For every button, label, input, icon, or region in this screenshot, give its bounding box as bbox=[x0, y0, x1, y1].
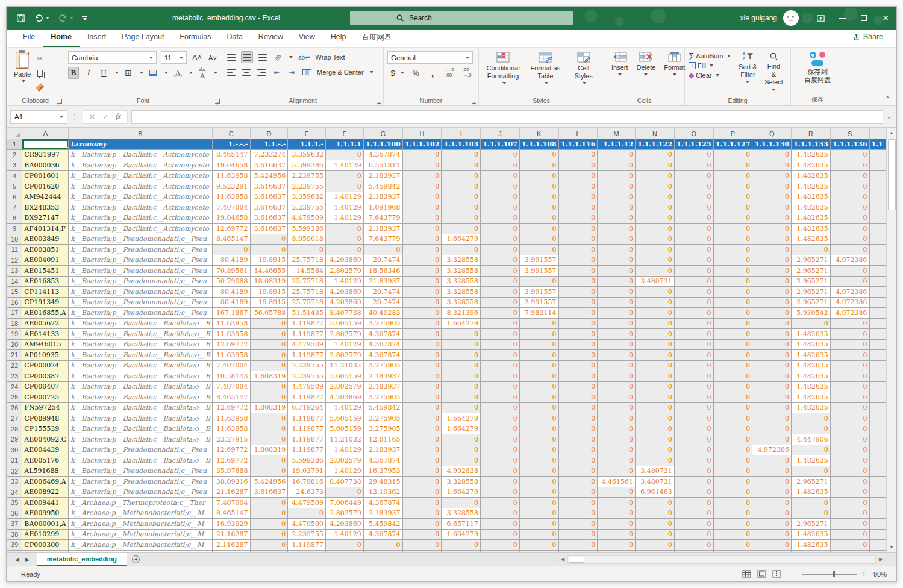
decrease-indent-icon[interactable]: ⇤ bbox=[271, 66, 282, 78]
cell-value[interactable]: 8.465147 bbox=[212, 508, 250, 519]
page-break-view-icon[interactable] bbox=[772, 570, 781, 578]
cell-value[interactable]: 25.75718 bbox=[288, 276, 326, 287]
cell-value[interactable]: 0 bbox=[402, 245, 442, 255]
cell-value[interactable]: 0 bbox=[752, 202, 792, 213]
cell-taxonomy[interactable]: k__Bacteria;p__Bacillati;c__Bacillota;o_… bbox=[69, 318, 213, 329]
cell-value[interactable]: 1.091968 bbox=[363, 202, 402, 213]
cell-accession[interactable]: CP191349 bbox=[22, 297, 69, 308]
cell-taxonomy[interactable]: k__Bacteria;p__Pseudomonadati;c__Pseu bbox=[69, 234, 213, 245]
cell-value[interactable]: 0 bbox=[752, 477, 792, 487]
increase-decimal-icon[interactable]: ←.0.00 bbox=[444, 67, 455, 79]
cell-value[interactable]: 0 bbox=[326, 181, 364, 192]
cell-value[interactable]: 0 bbox=[402, 266, 442, 277]
cell-value[interactable]: 3.275905 bbox=[363, 360, 402, 371]
cell-value[interactable]: 0 bbox=[674, 455, 713, 466]
cell-value[interactable]: 0 bbox=[636, 508, 675, 519]
decrease-decimal-icon[interactable]: .00→.0 bbox=[461, 67, 473, 79]
cell-value[interactable]: 0 bbox=[830, 360, 869, 371]
header-cell-1.1.1.-[interactable]: 1.1.1.- bbox=[288, 139, 326, 150]
cell-value[interactable]: 0 bbox=[481, 339, 520, 350]
cell-value[interactable]: 1.482635 bbox=[792, 529, 831, 540]
row-header-17[interactable]: 17 bbox=[7, 308, 22, 319]
cell-value[interactable]: 0 bbox=[402, 202, 442, 213]
cell-value[interactable]: 0 bbox=[519, 402, 558, 413]
cell-value[interactable]: 0 bbox=[402, 371, 442, 382]
cell-value[interactable]: 0 bbox=[598, 413, 636, 424]
zoom-slider[interactable] bbox=[802, 574, 857, 575]
cell-value[interactable]: 4.972386 bbox=[752, 445, 792, 455]
column-header-S[interactable]: S bbox=[830, 128, 869, 139]
cell-value[interactable]: 3.359632 bbox=[288, 192, 326, 202]
cell-accession[interactable]: AE008922 bbox=[22, 487, 69, 498]
cell-value[interactable]: 2.183937 bbox=[363, 170, 402, 181]
cell-value[interactable]: 0 bbox=[752, 276, 792, 287]
cell-value[interactable]: 0 bbox=[481, 360, 520, 371]
cell-value[interactable]: 3.275905 bbox=[363, 424, 402, 434]
insert-function-icon[interactable]: fx bbox=[116, 112, 121, 121]
cell-partial[interactable] bbox=[869, 234, 886, 245]
cell-partial[interactable] bbox=[869, 508, 886, 519]
cell-value[interactable]: 0 bbox=[752, 371, 792, 382]
cell-partial[interactable] bbox=[869, 529, 886, 540]
cell-value[interactable]: 11.63958 bbox=[212, 192, 250, 202]
cell-value[interactable]: 0 bbox=[636, 224, 675, 234]
cell-value[interactable]: 0 bbox=[713, 445, 752, 455]
cell-value[interactable]: 0 bbox=[558, 297, 598, 308]
row-header-13[interactable]: 13 bbox=[7, 266, 22, 277]
cell-value[interactable]: 0 bbox=[519, 508, 558, 519]
cancel-icon[interactable]: ✕ bbox=[89, 113, 95, 121]
next-sheet-icon[interactable]: ▶ bbox=[25, 557, 30, 563]
cell-value[interactable]: 0 bbox=[519, 540, 558, 551]
cell-value[interactable]: 0 bbox=[558, 487, 598, 498]
cell-value[interactable]: 0 bbox=[830, 519, 869, 530]
bottom-align-icon[interactable] bbox=[257, 51, 268, 63]
cell-value[interactable]: 80.4189 bbox=[212, 255, 250, 266]
clear-button[interactable]: ◆Clear bbox=[689, 71, 735, 80]
cell-value[interactable]: 0 bbox=[830, 424, 869, 434]
cell-value[interactable]: 0 bbox=[481, 213, 520, 224]
cell-value[interactable]: 0 bbox=[442, 434, 481, 445]
cell-value[interactable]: 0 bbox=[481, 308, 520, 319]
cell-partial[interactable] bbox=[869, 381, 886, 392]
cell-value[interactable]: 4.367874 bbox=[363, 498, 402, 508]
cell-value[interactable]: 1.482635 bbox=[792, 149, 831, 160]
cell-value[interactable]: 0 bbox=[752, 392, 792, 403]
cell-value[interactable]: 0 bbox=[598, 160, 636, 171]
cell-value[interactable]: 0 bbox=[752, 498, 792, 508]
cell-accession[interactable]: AE015451 bbox=[22, 266, 69, 277]
cell-value[interactable]: 3.616637 bbox=[250, 202, 288, 213]
cell-value[interactable]: 0 bbox=[402, 318, 442, 329]
cell-value[interactable]: 0 bbox=[558, 213, 598, 224]
row-header-32[interactable]: 32 bbox=[7, 466, 22, 477]
cell-value[interactable]: 0 bbox=[713, 424, 752, 434]
cell-value[interactable]: 2.965271 bbox=[792, 255, 831, 266]
column-header-B[interactable]: B bbox=[69, 128, 213, 139]
cell-value[interactable]: 0 bbox=[558, 371, 598, 382]
cell-value[interactable]: 0 bbox=[636, 160, 675, 171]
cell-value[interactable]: 0 bbox=[442, 192, 481, 202]
cell-value[interactable]: 1.482635 bbox=[792, 213, 831, 224]
cell-value[interactable]: 25.75718 bbox=[288, 255, 326, 266]
cell-partial[interactable] bbox=[869, 170, 886, 181]
cell-value[interactable]: 0 bbox=[402, 224, 442, 234]
cell-partial[interactable] bbox=[869, 445, 886, 455]
cell-value[interactable]: 4.203869 bbox=[326, 519, 364, 530]
row-header-16[interactable]: 16 bbox=[7, 297, 22, 308]
cell-value[interactable]: 0 bbox=[598, 245, 636, 255]
cell-value[interactable]: 0 bbox=[674, 381, 713, 392]
row-header-19[interactable]: 19 bbox=[7, 329, 22, 340]
cell-value[interactable]: 0 bbox=[519, 455, 558, 466]
cell-value[interactable]: 7.983114 bbox=[519, 308, 558, 319]
cell-value[interactable]: 0 bbox=[481, 477, 520, 487]
cell-partial[interactable] bbox=[869, 318, 886, 329]
cell-value[interactable]: 2.183937 bbox=[363, 508, 402, 519]
cell-value[interactable]: 0 bbox=[713, 245, 752, 255]
header-cell-1.1.-.-[interactable]: 1.1.-.- bbox=[250, 139, 288, 150]
header-cell-1.1.1.136[interactable]: 1.1.1.136 bbox=[830, 139, 869, 150]
scroll-down-icon[interactable]: ▼ bbox=[887, 542, 897, 552]
align-right-icon[interactable] bbox=[256, 66, 267, 78]
cell-value[interactable]: 3.328558 bbox=[442, 255, 481, 266]
cell-value[interactable]: 1.664279 bbox=[442, 487, 481, 498]
column-header-O[interactable]: O bbox=[674, 128, 713, 139]
cell-value[interactable]: 3.480731 bbox=[636, 466, 675, 477]
